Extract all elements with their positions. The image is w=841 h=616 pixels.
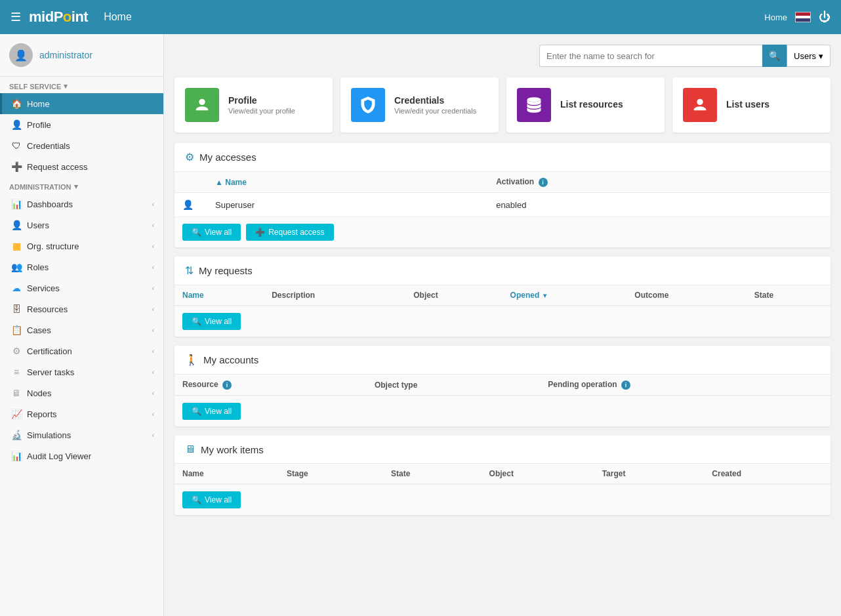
org-structure-icon: ▦	[11, 241, 22, 251]
accounts-pending-op-col: Pending operation i	[540, 375, 831, 396]
requests-opened-col[interactable]: Opened ▾	[503, 285, 627, 306]
my-requests-icon: ⇅	[185, 264, 194, 277]
certification-chevron: ‹	[152, 348, 154, 355]
resources-chevron: ‹	[152, 306, 154, 313]
sidebar-item-reports[interactable]: 📈 Reports ‹	[0, 403, 163, 424]
users-icon: 👤	[11, 220, 22, 230]
work-items-stage-col: Stage	[279, 464, 383, 484]
sidebar-item-certification[interactable]: ⚙ Certification ‹	[0, 340, 163, 361]
sidebar-item-profile[interactable]: 👤 Profile	[0, 114, 163, 135]
topnav-right: Home ⏻	[764, 10, 831, 24]
sidebar-item-services[interactable]: ☁ Services ‹	[0, 277, 163, 298]
search-button[interactable]: 🔍	[762, 45, 787, 67]
my-work-items-icon: 🖥	[185, 443, 195, 455]
services-icon: ☁	[11, 283, 22, 293]
sidebar-section-admin: ADMINISTRATION ▾	[0, 177, 163, 194]
avatar: 👤	[9, 43, 33, 67]
nodes-chevron: ‹	[152, 390, 154, 397]
requests-state-col: State	[747, 285, 831, 306]
svg-point-0	[199, 99, 205, 105]
pending-op-info-icon[interactable]: i	[621, 380, 630, 390]
search-small-icon-2: 🔍	[192, 317, 201, 326]
my-requests-header-row: Name Description Object Opened ▾	[174, 285, 831, 306]
sidebar-item-cases[interactable]: 📋 Cases ‹	[0, 319, 163, 340]
cases-icon: 📋	[11, 325, 22, 335]
sidebar-item-server-tasks[interactable]: ≡ Server tasks ‹	[0, 361, 163, 382]
sidebar-section-self-service: SELF SERVICE ▾	[0, 77, 163, 93]
activation-info-icon[interactable]: i	[539, 178, 548, 187]
roles-icon: 👥	[11, 262, 22, 272]
reports-icon: 📈	[11, 409, 22, 419]
sidebar-item-audit-log[interactable]: 📊 Audit Log Viewer	[0, 445, 163, 466]
my-accesses-view-all-button[interactable]: 🔍 View all	[182, 224, 241, 241]
language-flag[interactable]	[795, 12, 811, 22]
my-work-items-header: 🖥 My work items	[174, 436, 831, 464]
add-icon: ➕	[255, 228, 265, 237]
search-type-dropdown[interactable]: Users ▾	[787, 45, 831, 67]
my-accounts-view-all-button[interactable]: 🔍 View all	[182, 403, 241, 420]
sidebar-item-credentials[interactable]: 🛡 Credentials	[0, 135, 163, 156]
opened-sort-icon: ▾	[543, 292, 546, 299]
roles-chevron: ‹	[152, 264, 154, 271]
credentials-card-icon	[351, 88, 385, 122]
certification-icon: ⚙	[11, 346, 22, 356]
svg-point-2	[697, 99, 703, 105]
power-button[interactable]: ⏻	[819, 10, 831, 24]
sidebar-item-users[interactable]: 👤 Users ‹	[0, 215, 163, 236]
dashboards-icon: 📊	[11, 199, 22, 209]
quick-card-credentials[interactable]: Credentials View/edit your credentials	[340, 77, 499, 133]
sidebar-item-dashboards[interactable]: 📊 Dashboards ‹	[0, 194, 163, 215]
my-work-items-header-row: Name Stage State Object Target	[174, 464, 831, 484]
search-small-icon-3: 🔍	[192, 407, 201, 416]
services-chevron: ‹	[152, 285, 154, 292]
sidebar-item-org-structure[interactable]: ▦ Org. structure ‹	[0, 236, 163, 257]
resources-icon: 🗄	[11, 304, 22, 314]
sidebar-item-resources[interactable]: 🗄 Resources ‹	[0, 298, 163, 319]
resource-info-icon[interactable]: i	[222, 380, 232, 390]
dashboards-chevron: ‹	[152, 201, 154, 208]
credentials-card-title: Credentials	[394, 95, 476, 106]
my-work-items-footer: 🔍 View all	[174, 484, 831, 515]
logo: midPoint	[29, 9, 88, 26]
requests-name-col[interactable]: Name	[174, 285, 264, 306]
credentials-icon: 🛡	[11, 140, 22, 151]
quick-card-list-users[interactable]: List users	[672, 77, 831, 133]
main-content: 🔍 Users ▾ Profile View/edit your profile	[164, 34, 841, 616]
my-accesses-table: ▲ Name Activation i 👤 Superuser enabled	[174, 172, 831, 216]
sidebar-item-home[interactable]: 🏠 Home	[0, 93, 163, 114]
my-accounts-panel: 🚶 My accounts Resource i Object type	[174, 346, 831, 426]
my-requests-view-all-button[interactable]: 🔍 View all	[182, 313, 241, 330]
sidebar-user: 👤 administrator	[0, 34, 163, 77]
request-access-icon: ➕	[11, 161, 22, 172]
hamburger-menu[interactable]: ☰	[10, 10, 21, 24]
quick-card-profile[interactable]: Profile View/edit your profile	[174, 77, 333, 133]
sidebar-item-nodes[interactable]: 🖥 Nodes ‹	[0, 382, 163, 403]
nodes-icon: 🖥	[11, 388, 22, 398]
my-accesses-panel: ⚙ My accesses ▲ Name Activation i	[174, 143, 831, 247]
requests-description-col: Description	[264, 285, 405, 306]
sidebar-username[interactable]: administrator	[39, 50, 92, 60]
my-accounts-header-row: Resource i Object type Pending operation…	[174, 375, 831, 396]
sidebar-item-roles[interactable]: 👥 Roles ‹	[0, 257, 163, 277]
search-small-icon-4: 🔍	[192, 495, 201, 504]
sidebar-item-simulations[interactable]: 🔬 Simulations ‹	[0, 424, 163, 445]
accesses-name-col[interactable]: ▲ Name	[207, 172, 488, 193]
request-access-button[interactable]: ➕ Request access	[246, 224, 333, 241]
my-work-items-view-all-button[interactable]: 🔍 View all	[182, 491, 241, 508]
profile-card-title: Profile	[228, 95, 295, 106]
my-accesses-header-row: ▲ Name Activation i	[174, 172, 831, 193]
work-items-object-col: Object	[482, 464, 594, 484]
my-accounts-header: 🚶 My accounts	[174, 346, 831, 375]
page-title: Home	[104, 11, 764, 23]
search-input[interactable]	[539, 45, 762, 67]
org-structure-chevron: ‹	[152, 243, 154, 250]
server-tasks-chevron: ‹	[152, 369, 154, 376]
accounts-resource-col: Resource i	[174, 375, 367, 396]
home-nav-link[interactable]: Home	[764, 12, 787, 22]
sidebar-item-request-access[interactable]: ➕ Request access	[0, 156, 163, 177]
layout: 👤 administrator SELF SERVICE ▾ 🏠 Home 👤 …	[0, 34, 841, 616]
work-items-state-col: State	[383, 464, 482, 484]
home-icon: 🏠	[11, 98, 22, 109]
quick-card-list-resources[interactable]: List resources	[506, 77, 665, 133]
cases-chevron: ‹	[152, 327, 154, 334]
